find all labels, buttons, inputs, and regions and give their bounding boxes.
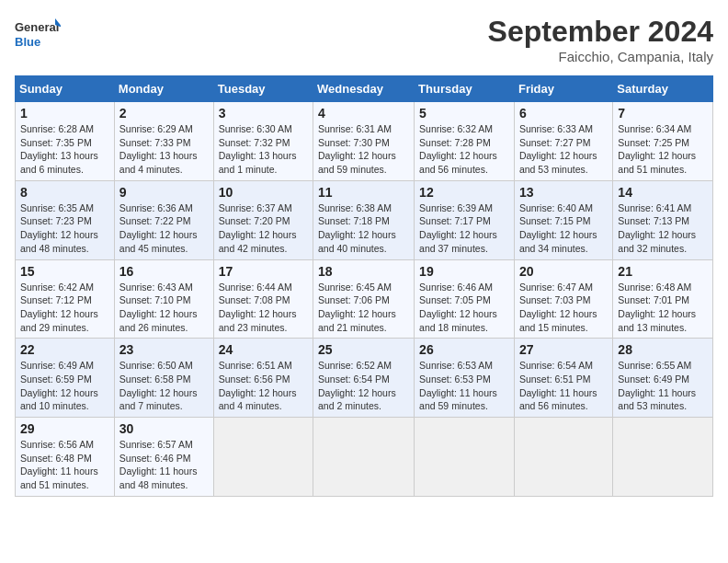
day-info: Sunrise: 6:39 AM Sunset: 7:17 PM Dayligh… [419,201,509,256]
sunrise-label: Sunrise: 6:47 AM [519,282,593,293]
day-info: Sunrise: 6:50 AM Sunset: 6:58 PM Dayligh… [119,359,209,413]
day-info: Sunrise: 6:29 AM Sunset: 7:33 PM Dayligh… [119,122,209,177]
day-number: 12 [419,185,509,200]
sunset-label: Sunset: 7:32 PM [219,137,290,148]
day-number: 13 [519,185,608,200]
calendar-cell: 14 Sunrise: 6:41 AM Sunset: 7:13 PM Dayl… [613,180,713,259]
calendar-cell [514,418,612,497]
day-info: Sunrise: 6:54 AM Sunset: 6:51 PM Dayligh… [519,359,608,413]
day-info: Sunrise: 6:46 AM Sunset: 7:05 PM Dayligh… [419,281,509,335]
calendar-cell: 7 Sunrise: 6:34 AM Sunset: 7:25 PM Dayli… [613,102,713,181]
calendar-cell [613,418,713,497]
day-info: Sunrise: 6:51 AM Sunset: 6:56 PM Dayligh… [219,359,308,413]
sunset-label: Sunset: 7:13 PM [618,215,689,226]
weekday-header-wednesday: Wednesday [313,76,415,102]
day-number: 16 [119,264,209,279]
sunrise-label: Sunrise: 6:30 AM [219,123,292,134]
svg-text:General: General [15,20,59,34]
calendar-table: SundayMondayTuesdayWednesdayThursdayFrid… [15,75,713,497]
sunset-label: Sunset: 7:10 PM [119,294,191,305]
calendar-header: SundayMondayTuesdayWednesdayThursdayFrid… [16,76,713,102]
sunset-label: Sunset: 6:56 PM [219,373,290,385]
sunrise-label: Sunrise: 6:42 AM [20,282,94,293]
sunset-label: Sunset: 7:35 PM [20,137,92,148]
calendar-cell: 5 Sunrise: 6:32 AM Sunset: 7:28 PM Dayli… [415,102,515,181]
day-info: Sunrise: 6:40 AM Sunset: 7:15 PM Dayligh… [519,201,608,256]
day-number: 25 [318,342,409,357]
day-info: Sunrise: 6:31 AM Sunset: 7:30 PM Dayligh… [318,122,409,177]
day-number: 5 [419,106,509,121]
sunset-label: Sunset: 7:33 PM [119,137,191,148]
sunrise-label: Sunrise: 6:45 AM [318,282,392,293]
day-number: 29 [20,421,109,436]
calendar-cell: 2 Sunrise: 6:29 AM Sunset: 7:33 PM Dayli… [114,102,213,181]
daylight-label: Daylight: 12 hours and 48 minutes. [20,229,98,254]
day-number: 6 [519,106,608,121]
calendar-cell: 29 Sunrise: 6:56 AM Sunset: 6:48 PM Dayl… [16,418,115,497]
calendar-cell: 10 Sunrise: 6:37 AM Sunset: 7:20 PM Dayl… [213,180,313,259]
daylight-label: Daylight: 11 hours and 59 minutes. [419,387,497,412]
day-number: 22 [20,342,109,357]
day-info: Sunrise: 6:43 AM Sunset: 7:10 PM Dayligh… [119,281,209,335]
sunset-label: Sunset: 7:15 PM [519,215,591,226]
day-number: 7 [618,106,708,121]
calendar-cell: 18 Sunrise: 6:45 AM Sunset: 7:06 PM Dayl… [313,259,415,339]
sunset-label: Sunset: 6:46 PM [119,453,191,464]
calendar-cell: 22 Sunrise: 6:49 AM Sunset: 6:59 PM Dayl… [16,339,115,418]
day-number: 2 [119,106,209,121]
daylight-label: Daylight: 12 hours and 15 minutes. [519,308,597,333]
day-info: Sunrise: 6:37 AM Sunset: 7:20 PM Dayligh… [219,201,308,256]
day-number: 8 [20,185,109,200]
sunrise-label: Sunrise: 6:41 AM [618,202,691,213]
daylight-label: Daylight: 12 hours and 13 minutes. [618,308,696,333]
sunrise-label: Sunrise: 6:40 AM [519,202,593,213]
daylight-label: Daylight: 12 hours and 23 minutes. [219,308,297,333]
sunset-label: Sunset: 7:27 PM [519,137,591,148]
calendar-cell: 28 Sunrise: 6:55 AM Sunset: 6:49 PM Dayl… [613,339,713,418]
weekday-header-thursday: Thursday [415,76,515,102]
daylight-label: Daylight: 13 hours and 6 minutes. [20,150,98,175]
day-info: Sunrise: 6:38 AM Sunset: 7:18 PM Dayligh… [318,201,409,256]
sunset-label: Sunset: 7:05 PM [419,294,491,305]
day-info: Sunrise: 6:52 AM Sunset: 6:54 PM Dayligh… [318,359,409,413]
calendar-cell: 17 Sunrise: 6:44 AM Sunset: 7:08 PM Dayl… [213,259,313,339]
calendar-cell [415,418,515,497]
calendar-cell: 21 Sunrise: 6:48 AM Sunset: 7:01 PM Dayl… [613,259,713,339]
daylight-label: Daylight: 12 hours and 10 minutes. [20,387,98,412]
day-number: 11 [318,185,409,200]
sunrise-label: Sunrise: 6:36 AM [119,202,193,213]
sunset-label: Sunset: 7:20 PM [219,215,290,226]
daylight-label: Daylight: 12 hours and 18 minutes. [419,308,497,333]
day-info: Sunrise: 6:56 AM Sunset: 6:48 PM Dayligh… [20,438,109,492]
day-number: 15 [20,264,109,279]
day-number: 19 [419,264,509,279]
logo-svg: General Blue [15,15,61,55]
day-number: 21 [618,264,708,279]
calendar-week-2: 8 Sunrise: 6:35 AM Sunset: 7:23 PM Dayli… [16,180,713,259]
calendar-cell: 4 Sunrise: 6:31 AM Sunset: 7:30 PM Dayli… [313,102,415,181]
page-header: General Blue September 2024 Faicchio, Ca… [15,15,713,64]
sunset-label: Sunset: 6:48 PM [20,453,92,464]
daylight-label: Daylight: 12 hours and 32 minutes. [618,229,696,254]
month-title: September 2024 [488,15,713,49]
daylight-label: Daylight: 12 hours and 51 minutes. [618,150,696,175]
day-number: 14 [618,185,708,200]
day-info: Sunrise: 6:34 AM Sunset: 7:25 PM Dayligh… [618,122,708,177]
calendar-cell: 8 Sunrise: 6:35 AM Sunset: 7:23 PM Dayli… [16,180,115,259]
sunrise-label: Sunrise: 6:31 AM [318,123,392,134]
day-info: Sunrise: 6:49 AM Sunset: 6:59 PM Dayligh… [20,359,109,413]
sunrise-label: Sunrise: 6:29 AM [119,123,193,134]
logo: General Blue [15,15,61,55]
daylight-label: Daylight: 12 hours and 26 minutes. [119,308,198,333]
day-number: 26 [419,342,509,357]
sunset-label: Sunset: 6:59 PM [20,373,92,385]
daylight-label: Daylight: 11 hours and 48 minutes. [119,465,198,490]
day-number: 23 [119,342,209,357]
day-info: Sunrise: 6:53 AM Sunset: 6:53 PM Dayligh… [419,359,509,413]
sunset-label: Sunset: 6:54 PM [318,373,390,385]
day-number: 4 [318,106,409,121]
day-info: Sunrise: 6:57 AM Sunset: 6:46 PM Dayligh… [119,438,209,492]
calendar-cell: 25 Sunrise: 6:52 AM Sunset: 6:54 PM Dayl… [313,339,415,418]
sunset-label: Sunset: 7:18 PM [318,215,390,226]
sunset-label: Sunset: 7:17 PM [419,215,491,226]
